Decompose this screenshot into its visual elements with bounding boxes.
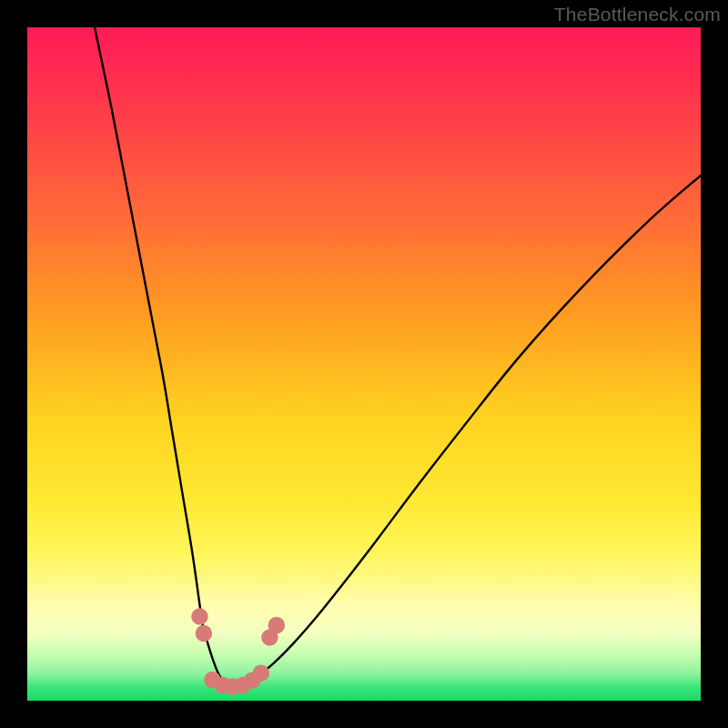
valley-marker bbox=[196, 625, 213, 642]
left-curve bbox=[95, 27, 233, 687]
chart-frame: TheBottleneck.com bbox=[0, 0, 728, 728]
valley-marker bbox=[268, 617, 286, 634]
watermark-text: TheBottleneck.com bbox=[554, 4, 721, 25]
valley-marker bbox=[191, 608, 208, 625]
plot-area bbox=[27, 27, 701, 701]
valley-marker bbox=[253, 664, 270, 682]
right-curve bbox=[233, 176, 701, 687]
curves-svg bbox=[27, 27, 701, 701]
valley-markers bbox=[191, 608, 285, 694]
